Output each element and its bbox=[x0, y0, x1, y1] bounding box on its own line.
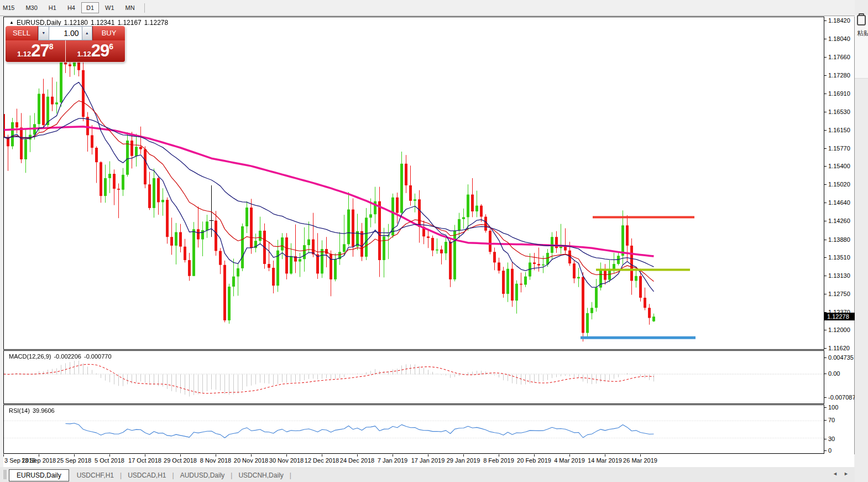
macd-pane bbox=[3, 350, 824, 404]
price-tick bbox=[824, 221, 827, 221]
volume-input[interactable] bbox=[49, 26, 82, 40]
price-tick bbox=[824, 184, 827, 185]
macd-axis-tick bbox=[824, 357, 827, 358]
sell-button[interactable]: SELL bbox=[6, 26, 38, 40]
timeframe-m30[interactable]: M30 bbox=[20, 2, 42, 13]
date-tick bbox=[534, 454, 535, 457]
price-axis-label: 1.15770 bbox=[828, 145, 850, 152]
date-axis-label: 13 Sep 2018 bbox=[22, 457, 56, 464]
chart-tab-usdcad-h1[interactable]: USDCAD,H1 bbox=[122, 469, 172, 481]
price-tick bbox=[824, 240, 827, 240]
sell-price-point: 8 bbox=[49, 42, 54, 51]
date-tick bbox=[3, 454, 4, 457]
price-axis-label: 1.17660 bbox=[828, 54, 850, 60]
date-axis-label: 8 Feb 2019 bbox=[483, 457, 514, 464]
rsi-pane bbox=[3, 405, 824, 454]
current-price-badge: 1.12278 bbox=[824, 313, 856, 320]
rsi-canvas[interactable] bbox=[4, 405, 824, 453]
date-tick bbox=[322, 454, 322, 457]
price-tick bbox=[824, 39, 827, 39]
date-axis-label: 5 Oct 2018 bbox=[95, 457, 124, 464]
price-axis-label: 1.16910 bbox=[828, 90, 850, 97]
buy-price-display[interactable]: 1.12296 bbox=[66, 40, 126, 62]
ohlc-low: 1.12167 bbox=[117, 19, 141, 27]
price-tick bbox=[824, 203, 827, 203]
macd-axis-tick bbox=[824, 374, 827, 374]
rsi-axis-tick bbox=[824, 450, 827, 451]
macd-canvas[interactable] bbox=[4, 351, 824, 403]
price-chart-canvas[interactable] bbox=[4, 17, 824, 349]
buy-button[interactable]: BUY bbox=[92, 26, 125, 40]
sell-price-display[interactable]: 1.12278 bbox=[6, 40, 66, 62]
chart-ohlc-header: ▲EURUSD,Daily1.121801.123411.121671.1227… bbox=[9, 19, 171, 27]
timeframe-mn[interactable]: MN bbox=[121, 2, 140, 13]
price-tick bbox=[824, 294, 827, 294]
macd-axis-tick bbox=[824, 397, 827, 398]
price-axis-label: 1.16150 bbox=[828, 127, 850, 133]
chart-tab-bar: EURUSD,DailyUSDCHF,H1|USDCAD,H1|AUDUSD,D… bbox=[0, 467, 868, 482]
date-axis-label: 24 Dec 2018 bbox=[340, 457, 374, 464]
chart-tab-eurusd-daily[interactable]: EURUSD,Daily bbox=[9, 469, 69, 481]
date-tick bbox=[251, 454, 252, 457]
volume-increase-button[interactable]: ▴ bbox=[82, 26, 93, 40]
rsi-axis-tick bbox=[824, 439, 827, 439]
date-tick bbox=[180, 454, 181, 457]
collapse-panel-icon[interactable]: ▲ bbox=[9, 20, 14, 25]
timeframe-w1[interactable]: W1 bbox=[100, 2, 119, 13]
timeframe-d1[interactable]: D1 bbox=[81, 2, 99, 13]
macd-axis-label: 0.004735 bbox=[828, 354, 854, 361]
timeframe-m15[interactable]: M15 bbox=[0, 2, 19, 13]
date-axis-label: 4 Mar 2019 bbox=[554, 457, 585, 464]
tab-scroll-left-icon[interactable]: ◄ bbox=[833, 471, 838, 476]
price-axis-label: 1.14260 bbox=[828, 217, 850, 224]
price-tick bbox=[824, 166, 827, 167]
timeframe-h4[interactable]: H4 bbox=[62, 2, 80, 13]
tabbar-grip[interactable] bbox=[4, 470, 6, 479]
date-tick bbox=[605, 454, 605, 457]
buy-price-base: 1.12 bbox=[77, 50, 91, 58]
date-axis-label: 25 Sep 2018 bbox=[57, 457, 91, 464]
price-axis-label: 1.11620 bbox=[828, 345, 850, 351]
date-axis-label: 30 Nov 2018 bbox=[269, 457, 304, 464]
date-tick bbox=[463, 454, 464, 457]
price-axis-label: 1.13880 bbox=[828, 236, 850, 243]
price-tick bbox=[824, 57, 827, 58]
date-axis-label: 26 Mar 2019 bbox=[623, 457, 657, 464]
price-axis-label: 1.15020 bbox=[828, 181, 850, 188]
price-axis-label: 1.18040 bbox=[828, 35, 850, 42]
price-tick bbox=[824, 94, 827, 94]
date-tick bbox=[499, 454, 499, 457]
timeframe-h1[interactable]: H1 bbox=[44, 2, 61, 13]
tab-scroll-right-icon[interactable]: ► bbox=[844, 471, 849, 476]
price-tick bbox=[824, 276, 827, 276]
rsi-axis-label: 30 bbox=[828, 436, 835, 442]
toolbar-separator bbox=[144, 3, 145, 13]
clipboard-section: 粘贴 bbox=[855, 15, 868, 79]
rsi-value: 39.9606 bbox=[33, 407, 55, 414]
chart-tab-audusd-daily[interactable]: AUDUSD,Daily bbox=[174, 469, 231, 481]
chart-tab-usdchf-h1[interactable]: USDCHF,H1 bbox=[71, 469, 120, 481]
price-axis-label: 1.18420 bbox=[828, 17, 850, 24]
ohlc-close: 1.12278 bbox=[144, 19, 168, 27]
tabs-holder: EURUSD,DailyUSDCHF,H1|USDCAD,H1|AUDUSD,D… bbox=[9, 470, 291, 480]
date-tick bbox=[109, 454, 110, 457]
timeframe-button-group: M15M30H1H4D1W1MN bbox=[0, 0, 145, 15]
side-window-strip: 粘贴 bbox=[855, 0, 868, 482]
date-axis-label: 12 Dec 2018 bbox=[305, 457, 339, 464]
date-axis-label: 20 Feb 2019 bbox=[517, 457, 551, 464]
price-axis-label: 1.12000 bbox=[828, 326, 850, 333]
paste-icon[interactable] bbox=[857, 15, 866, 25]
date-tick bbox=[428, 454, 428, 457]
date-tick bbox=[286, 454, 287, 457]
rsi-name: RSI(14) bbox=[9, 407, 30, 414]
sell-price-base: 1.12 bbox=[17, 50, 31, 58]
one-click-trading-panel: SELL ▾ ▴ BUY 1.12278 1.12296 bbox=[6, 26, 125, 62]
date-tick bbox=[357, 454, 358, 457]
date-axis-label: 8 Nov 2018 bbox=[200, 457, 231, 464]
price-axis-label: 1.13130 bbox=[828, 272, 850, 279]
price-axis-label: 1.14640 bbox=[828, 199, 850, 206]
rsi-axis-label: 100 bbox=[828, 404, 838, 411]
price-axis-label: 1.17280 bbox=[828, 72, 850, 79]
chart-tab-usdcnh-daily[interactable]: USDCNH,Daily bbox=[232, 469, 289, 481]
volume-decrease-button[interactable]: ▾ bbox=[38, 26, 49, 40]
